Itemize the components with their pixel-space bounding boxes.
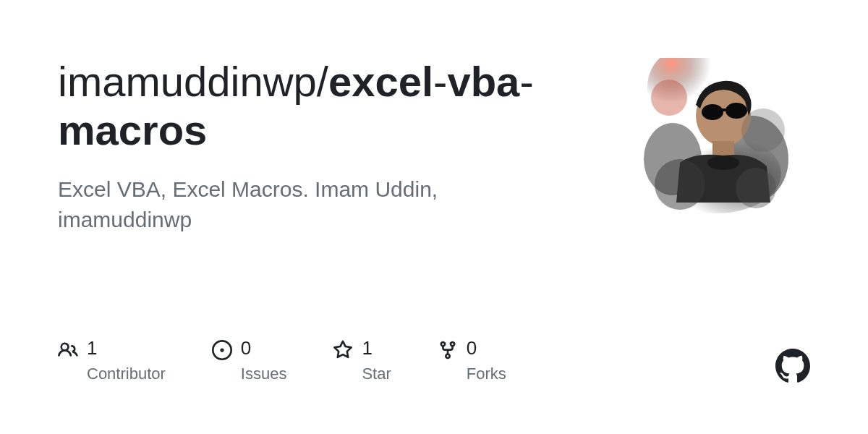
repo-description: Excel VBA, Excel Macros. Imam Uddin, ima…: [58, 174, 521, 235]
stat-contributors[interactable]: 1 Contributor: [58, 339, 166, 383]
repo-owner[interactable]: imamuddinwp: [58, 58, 317, 105]
svg-point-13: [736, 168, 776, 208]
contributors-count: 1: [87, 339, 166, 357]
people-icon: [58, 340, 78, 360]
stat-issues[interactable]: 0 Issues: [212, 339, 287, 383]
repo-hyphen1: -: [433, 58, 447, 105]
forks-count: 0: [467, 339, 506, 357]
repo-name-part1[interactable]: excel: [328, 58, 433, 105]
avatar-container: [637, 58, 796, 217]
repo-name-part2[interactable]: vba: [447, 58, 519, 105]
repo-slash: /: [317, 58, 328, 105]
svg-point-11: [741, 109, 785, 152]
user-avatar[interactable]: [637, 58, 796, 217]
svg-point-5: [702, 104, 723, 120]
github-logo-icon[interactable]: [775, 349, 810, 383]
star-icon: [333, 340, 353, 360]
repo-name-part3[interactable]: macros: [58, 106, 207, 153]
stars-count: 1: [362, 339, 391, 357]
svg-point-6: [726, 103, 747, 119]
fork-icon: [438, 340, 458, 360]
svg-point-12: [655, 159, 705, 210]
contributors-label: Contributor: [87, 365, 166, 383]
forks-label: Forks: [467, 365, 506, 383]
repo-stats: 1 Contributor 0 Issues 1 Star 0 Forks: [58, 339, 506, 383]
repo-title: imamuddinwp/excel-vba-macros: [58, 58, 608, 154]
stars-label: Star: [362, 365, 391, 383]
svg-point-9: [707, 156, 739, 170]
stat-stars[interactable]: 1 Star: [333, 339, 391, 383]
issues-label: Issues: [241, 365, 287, 383]
repo-hyphen2: -: [519, 58, 533, 105]
issue-icon: [212, 340, 232, 360]
stat-forks[interactable]: 0 Forks: [438, 339, 506, 383]
repo-header: imamuddinwp/excel-vba-macros Excel VBA, …: [58, 58, 608, 235]
svg-rect-7: [722, 109, 728, 111]
svg-point-10: [651, 80, 687, 116]
issues-count: 0: [241, 339, 287, 357]
